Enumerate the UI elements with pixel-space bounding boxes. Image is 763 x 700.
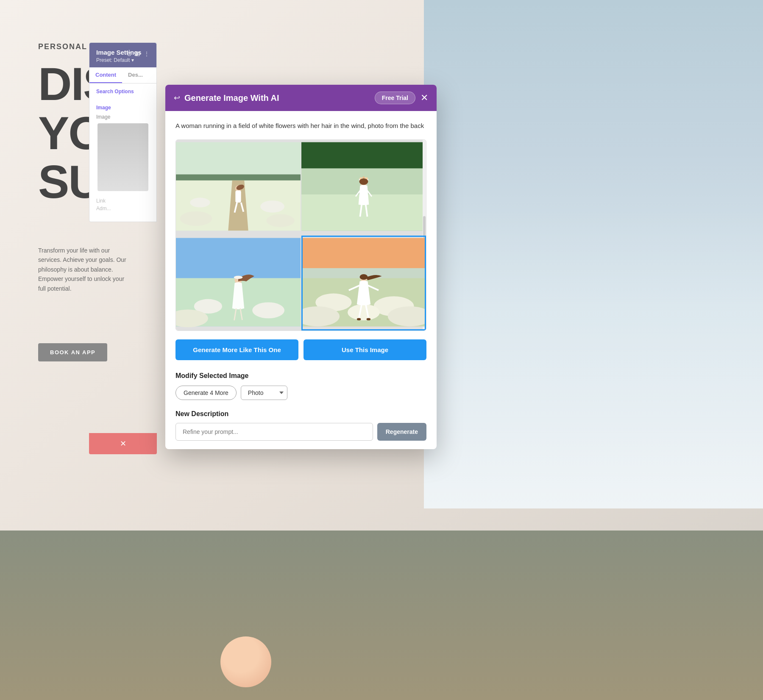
images-grid-container (175, 139, 426, 331)
avatar-face (220, 636, 271, 687)
panel-link-label[interactable]: Link (96, 198, 150, 204)
ai-image-4 (301, 236, 426, 329)
panel-image-section: Image Image (89, 100, 156, 193)
close-bar[interactable]: ✕ (89, 433, 157, 454)
svg-point-7 (266, 214, 294, 227)
free-trial-badge[interactable]: Free Trial (375, 92, 415, 104)
panel-header: Image Settings Preset: Default ▾ ⊙ ⊞ ⋮ (89, 43, 156, 67)
ai-dialog-body: A woman running in a field of white flow… (165, 111, 437, 449)
bg-bottom-strip (0, 531, 763, 700)
new-desc-row: Regenerate (175, 423, 426, 441)
svg-point-22 (359, 178, 368, 185)
svg-rect-38 (301, 238, 426, 270)
ai-prompt-text: A woman running in a field of white flow… (175, 121, 426, 131)
panel-admin-label[interactable]: Adm... (96, 206, 150, 211)
bottom-avatar-area (182, 615, 309, 700)
svg-rect-28 (176, 238, 301, 278)
image-section-label: Image (96, 105, 150, 111)
tab-design[interactable]: Des... (122, 67, 149, 83)
svg-point-31 (252, 302, 284, 318)
svg-point-45 (348, 304, 380, 320)
svg-point-47 (360, 274, 368, 280)
back-arrow-icon[interactable]: ↩ (174, 93, 180, 103)
image-settings-panel: Image Settings Preset: Default ▾ ⊙ ⊞ ⋮ C… (89, 42, 157, 222)
photo-type-select[interactable]: Photo Illustration Painting Drawing (241, 386, 287, 400)
svg-point-52 (357, 318, 361, 320)
ai-dialog-header: ↩ Generate Image With AI Free Trial ✕ (165, 85, 437, 111)
search-options-label: Search Options (96, 89, 150, 94)
action-buttons: Generate More Like This One Use This Ima… (175, 339, 426, 360)
svg-point-53 (367, 318, 370, 320)
svg-rect-9 (235, 190, 241, 202)
use-this-image-button[interactable]: Use This Image (304, 339, 426, 360)
ai-generate-dialog: ↩ Generate Image With AI Free Trial ✕ A … (165, 85, 437, 449)
images-grid (176, 140, 426, 331)
ai-dialog-header-right: Free Trial ✕ (375, 92, 428, 104)
panel-tabs: Content Des... (89, 67, 156, 83)
modify-controls: Generate 4 More Photo Illustration Paint… (175, 386, 426, 400)
bg-right-hero-image (424, 0, 763, 508)
new-description-section: New Description Regenerate (175, 410, 426, 441)
ai-image-1 (176, 140, 301, 233)
image-subsection-label: Image (96, 114, 150, 120)
close-dialog-button[interactable]: ✕ (420, 93, 428, 103)
image-cell-2[interactable] (301, 140, 426, 235)
svg-rect-14 (301, 142, 426, 170)
more-options-icon[interactable]: ⋮ (144, 50, 150, 57)
svg-point-5 (260, 200, 284, 212)
ai-dialog-header-left: ↩ Generate Image With AI (174, 93, 279, 103)
svg-point-34 (234, 275, 243, 279)
close-x-icon: ✕ (120, 439, 126, 448)
ai-image-2 (301, 140, 426, 233)
image-cell-1[interactable] (176, 140, 301, 235)
bg-body-text: Transform your life with our services. A… (38, 246, 131, 293)
generate-more-like-this-button[interactable]: Generate More Like This One (175, 339, 298, 360)
svg-point-4 (190, 197, 210, 207)
tab-content[interactable]: Content (89, 67, 122, 83)
ai-dialog-title: Generate Image With AI (184, 93, 279, 103)
regenerate-button[interactable]: Regenerate (377, 423, 426, 441)
bg-book-appointment-button[interactable]: BOOK AN APP (38, 343, 107, 361)
panel-search-options-section: Search Options (89, 83, 156, 100)
svg-point-6 (180, 211, 212, 225)
image-cell-4[interactable] (301, 236, 426, 331)
generate-4-more-button[interactable]: Generate 4 More (175, 386, 237, 400)
panel-header-preset[interactable]: Preset: Default ▾ (96, 57, 150, 63)
modify-selected-image-section: Modify Selected Image Generate 4 More Ph… (175, 372, 426, 400)
image-preview-placeholder (97, 123, 148, 191)
image-cell-3[interactable] (176, 236, 301, 331)
new-description-label: New Description (175, 410, 426, 418)
new-description-input[interactable] (175, 423, 373, 441)
avatar (220, 636, 271, 687)
ai-image-3 (176, 236, 301, 329)
modify-section-label: Modify Selected Image (175, 372, 426, 380)
